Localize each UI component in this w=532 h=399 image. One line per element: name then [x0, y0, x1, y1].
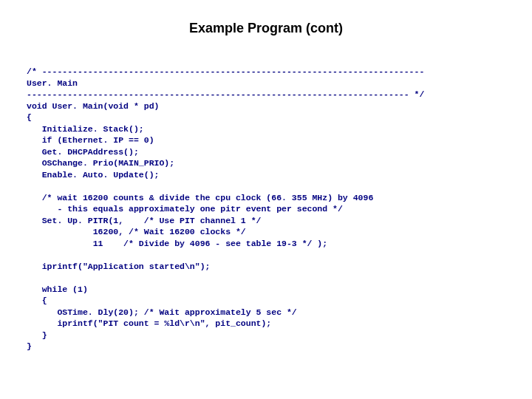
code-block: /* -------------------------------------… [27, 66, 505, 352]
slide-title: Example Program (cont) [27, 21, 505, 36]
slide: Example Program (cont) /* --------------… [0, 0, 532, 399]
